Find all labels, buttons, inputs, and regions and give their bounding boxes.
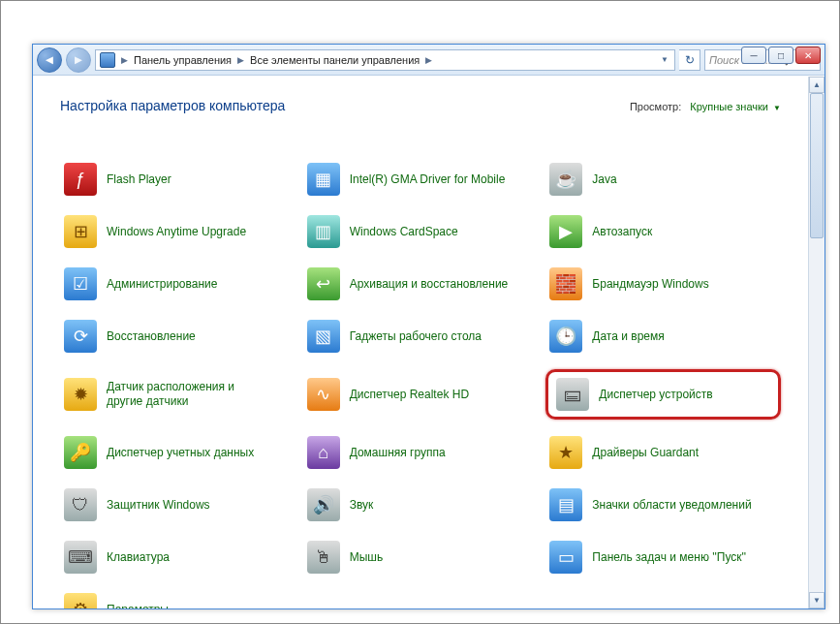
defender-icon: 🛡 [64, 488, 97, 521]
item-label: Домашняя группа [350, 446, 446, 460]
item-label: Дата и время [592, 329, 664, 344]
chevron-right-icon: ▶ [423, 55, 434, 65]
item-label: Intel(R) GMA Driver for Mobile [350, 172, 506, 187]
control-panel-item[interactable]: 🕒Дата и время [545, 317, 781, 356]
cardspace-icon: ▥ [307, 215, 340, 248]
chevron-right-icon: ▶ [119, 55, 130, 65]
item-label: Автозапуск [592, 225, 652, 239]
item-label: Мышь [350, 550, 384, 565]
intel-icon: ▦ [307, 163, 340, 196]
view-by: Просмотр: Крупные значки ▼ [630, 101, 781, 112]
breadcrumb-sub[interactable]: Все элементы панели управления [246, 54, 423, 66]
chevron-down-icon: ▼ [773, 104, 781, 112]
control-panel-item[interactable]: ∿Диспетчер Realtek HD [303, 369, 539, 420]
back-button[interactable]: ◄ [37, 47, 62, 73]
scroll-thumb[interactable] [810, 93, 824, 238]
item-label: Клавиатура [107, 550, 170, 565]
control-panel-item[interactable]: ↩Архивация и восстановление [303, 265, 539, 303]
control-panel-item[interactable]: ⌂Домашняя группа [303, 433, 539, 472]
control-panel-item[interactable]: ▶Автозапуск [545, 212, 781, 251]
item-label: Windows CardSpace [350, 225, 458, 239]
control-panel-item[interactable]: 🛡Защитник Windows [60, 485, 296, 524]
guardant-icon: ★ [549, 436, 582, 469]
item-label: Диспетчер учетных данных [107, 446, 254, 460]
header-row: Настройка параметров компьютера Просмотр… [60, 98, 781, 113]
page-title: Настройка параметров компьютера [60, 98, 285, 113]
taskbar-icon: ▭ [549, 541, 582, 574]
mouse-icon: 🖱 [307, 541, 340, 574]
chevron-right-icon: ▶ [235, 55, 246, 65]
close-button[interactable]: ✕ [795, 47, 821, 64]
control-panel-item[interactable]: ✹Датчик расположения и другие датчики [60, 369, 296, 420]
item-label: Параметры [107, 603, 169, 609]
breadcrumb-root[interactable]: Панель управления [130, 54, 235, 66]
realtek-icon: ∿ [307, 378, 340, 411]
control-panel-item[interactable]: ☑Администрирование [60, 265, 296, 303]
navigation-bar: ◄ ► ▶ Панель управления ▶ Все элементы п… [33, 45, 824, 76]
control-panel-item[interactable]: 🔊Звук [303, 485, 539, 524]
control-panel-item[interactable]: 🔑Диспетчер учетных данных [60, 433, 296, 472]
window-controls: ─ □ ✕ [741, 47, 821, 64]
flash-icon: ƒ [64, 163, 97, 196]
cred-icon: 🔑 [64, 436, 97, 469]
admin-icon: ☑ [64, 267, 97, 300]
control-panel-item[interactable]: ▧Гаджеты рабочего стола [303, 317, 539, 356]
control-panel-item[interactable]: ☕Java [545, 160, 781, 199]
backup-icon: ↩ [307, 267, 340, 300]
chevron-down-icon[interactable]: ▼ [661, 55, 670, 64]
control-panel-item[interactable]: 🖱Мышь [303, 538, 539, 577]
scrollbar[interactable]: ▲ ▼ [808, 77, 824, 608]
control-panel-item[interactable]: ▦Intel(R) GMA Driver for Mobile [303, 160, 539, 199]
params-icon: ⚙ [64, 593, 97, 608]
item-label: Java [592, 172, 616, 187]
control-panel-item[interactable]: ƒFlash Player [60, 160, 296, 199]
java-icon: ☕ [549, 163, 582, 196]
control-panel-item[interactable]: ▥Windows CardSpace [303, 212, 539, 251]
control-panel-item[interactable]: ⚙Параметры [60, 590, 296, 608]
control-panel-item[interactable]: ⌨Клавиатура [60, 538, 296, 577]
upgrade-icon: ⊞ [64, 215, 97, 248]
item-label: Защитник Windows [107, 498, 210, 513]
scroll-down-button[interactable]: ▼ [809, 592, 824, 608]
content-area: Настройка параметров компьютера Просмотр… [33, 77, 824, 608]
refresh-button[interactable]: ↻ [679, 49, 700, 71]
homegroup-icon: ⌂ [307, 436, 340, 469]
view-label: Просмотр: [630, 101, 681, 112]
gadgets-icon: ▧ [307, 320, 340, 353]
sensor-icon: ✹ [64, 378, 97, 411]
item-label: Брандмауэр Windows [592, 277, 708, 292]
item-label: Диспетчер Realtek HD [350, 388, 469, 402]
tray-icon: ▤ [549, 488, 582, 521]
control-panel-item[interactable]: ⊞Windows Anytime Upgrade [60, 212, 296, 251]
control-panel-item[interactable]: ▭Панель задач и меню ''Пуск'' [545, 538, 781, 577]
control-panel-item[interactable]: ★Драйверы Guardant [545, 433, 781, 472]
devmgr-icon: 🖴 [556, 378, 589, 411]
control-panel-item[interactable]: ⟳Восстановление [60, 317, 296, 356]
item-label: Датчик расположения и другие датчики [107, 380, 271, 409]
item-label: Гаджеты рабочего стола [350, 329, 482, 344]
item-label: Архивация и восстановление [350, 277, 509, 292]
view-value: Крупные значки [690, 101, 768, 112]
scroll-up-button[interactable]: ▲ [809, 77, 824, 93]
minimize-button[interactable]: ─ [741, 47, 766, 64]
maximize-button[interactable]: □ [768, 47, 793, 64]
autoplay-icon: ▶ [549, 215, 582, 248]
view-dropdown[interactable]: Крупные значки ▼ [690, 101, 781, 112]
item-label: Flash Player [107, 172, 171, 187]
item-label: Драйверы Guardant [592, 446, 699, 460]
control-panel-item[interactable]: 🧱Брандмауэр Windows [545, 265, 781, 303]
datetime-icon: 🕒 [549, 320, 582, 353]
item-label: Диспетчер устройств [599, 388, 712, 402]
sound-icon: 🔊 [307, 488, 340, 521]
item-label: Звук [350, 498, 374, 513]
forward-button[interactable]: ► [66, 47, 91, 73]
item-label: Восстановление [107, 329, 196, 344]
window-frame: ─ □ ✕ ◄ ► ▶ Панель управления ▶ Все элем… [32, 44, 825, 609]
control-panel-item[interactable]: 🖴Диспетчер устройств [545, 369, 781, 420]
address-bar[interactable]: ▶ Панель управления ▶ Все элементы панел… [95, 49, 675, 71]
item-label: Значки области уведомлений [592, 498, 751, 513]
keyboard-icon: ⌨ [64, 541, 97, 574]
control-panel-icon [100, 52, 115, 68]
control-panel-item[interactable]: ▤Значки области уведомлений [545, 485, 781, 524]
main-panel: Настройка параметров компьютера Просмотр… [33, 77, 808, 608]
